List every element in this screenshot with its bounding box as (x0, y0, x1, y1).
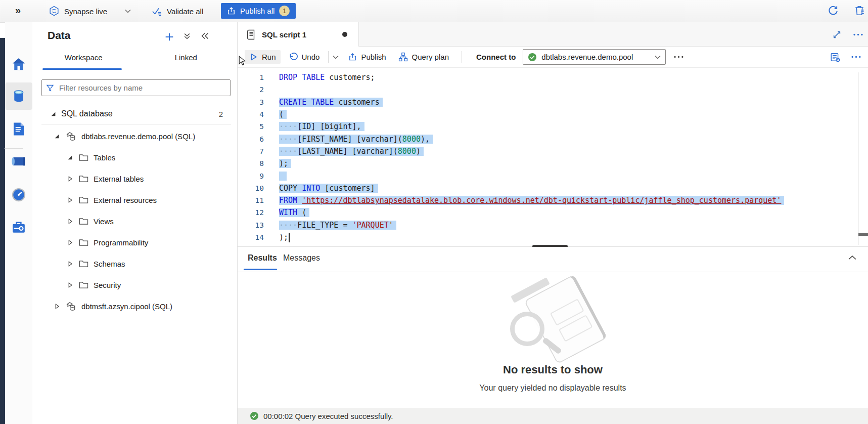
tree-item-external-resources[interactable]: External resources (32, 189, 237, 210)
develop-icon (12, 121, 26, 137)
line-number[interactable]: 4 (238, 110, 264, 118)
editor-more-icon[interactable] (851, 56, 861, 58)
toolbar-more-icon[interactable] (674, 56, 683, 58)
tree-section-sql-database[interactable]: SQL database 2 (32, 103, 237, 124)
code-line-9[interactable]: 9 (238, 169, 868, 182)
connect-to-dropdown[interactable]: dbtlabs.revenue.demo.pool (523, 49, 666, 65)
code-line-12[interactable]: 12WITH ( (238, 206, 868, 219)
caret-collapsed-icon[interactable] (67, 282, 73, 288)
discard-trash-icon[interactable] (854, 5, 864, 16)
empty-state-subtitle: Your query yielded no displayable result… (238, 384, 868, 393)
tab-title: SQL script 1 (262, 30, 306, 39)
caret-expanded-icon[interactable] (54, 134, 60, 139)
mode-selector-synapse-live[interactable]: Synapse live (49, 0, 131, 22)
line-number[interactable]: 1 (238, 73, 264, 81)
tree-item-dbtmsft-azsyn-cipool-sql[interactable]: dbtmsft.azsyn.cipool (SQL) (32, 295, 237, 317)
manage-icon (11, 220, 26, 234)
tree-item-label: External tables (94, 175, 144, 183)
caret-collapsed-icon[interactable] (67, 219, 73, 224)
mode-label: Synapse live (64, 7, 107, 16)
tree-item-label: Programmability (94, 238, 148, 247)
activity-item-integrate[interactable] (5, 148, 32, 175)
line-number[interactable]: 14 (238, 233, 264, 241)
tab-linked[interactable]: Linked (135, 50, 238, 68)
code-line-7[interactable]: 7····[LAST_NAME] [varchar](8000) (238, 145, 868, 157)
line-number[interactable]: 8 (238, 159, 264, 167)
tab-messages[interactable]: Messages (283, 253, 320, 263)
publish-label: Publish (361, 53, 386, 61)
caret-collapsed-icon[interactable] (67, 197, 73, 203)
filter-funnel-icon (46, 84, 54, 92)
tree-item-security[interactable]: Security (32, 274, 237, 295)
tab-workspace-label: Workspace (65, 53, 103, 62)
chevron-up-icon[interactable] (848, 255, 856, 260)
tree-item-dbtlabs-revenue-demo-pool-sql[interactable]: dbtlabs.revenue.demo.pool (SQL) (32, 125, 237, 147)
publish-button[interactable]: Publish (344, 50, 390, 64)
expand-editor-icon[interactable] (833, 31, 841, 38)
line-number[interactable]: 2 (238, 86, 264, 94)
line-number[interactable]: 10 (238, 184, 264, 192)
caret-expanded-icon[interactable] (67, 155, 73, 160)
caret-collapsed-icon[interactable] (67, 176, 73, 182)
collapse-panel-icon[interactable] (201, 32, 209, 39)
code-line-11[interactable]: 11FROM 'https://dbtlabsynapsedatalake.bl… (238, 194, 868, 206)
code-line-13[interactable]: 13····FILE_TYPE = 'PARQUET' (238, 219, 868, 231)
tab-linked-label: Linked (175, 53, 197, 62)
chevron-down-icon[interactable] (333, 55, 339, 59)
session-properties-icon[interactable] (830, 52, 840, 62)
caret-collapsed-icon[interactable] (54, 304, 60, 309)
publish-all-button[interactable]: Publish all 1 (221, 3, 296, 19)
refresh-icon[interactable] (828, 6, 839, 17)
double-chevron-right-icon[interactable]: » (15, 0, 21, 21)
validate-all-button[interactable]: Validate all (152, 0, 203, 22)
success-check-icon (250, 411, 259, 420)
caret-collapsed-icon[interactable] (67, 240, 73, 245)
line-number[interactable]: 7 (238, 147, 264, 155)
filter-input[interactable] (58, 83, 226, 93)
line-number[interactable]: 12 (238, 208, 264, 217)
code-line-4[interactable]: 4( (238, 108, 868, 120)
line-number[interactable]: 11 (238, 196, 264, 204)
line-number[interactable]: 9 (238, 172, 264, 180)
run-button[interactable]: Run (245, 50, 281, 64)
activity-item-manage[interactable] (5, 214, 32, 241)
code-line-10[interactable]: 10COPY INTO [customers] (238, 182, 868, 194)
data-panel: Data Workspace Linked SQL database 2 dbt… (32, 22, 238, 424)
tab-results[interactable]: Results (248, 253, 277, 263)
line-number[interactable]: 6 (238, 135, 264, 143)
horizontal-scrollbar-thumb[interactable] (858, 233, 868, 236)
code-line-3[interactable]: 3CREATE TABLE customers (238, 96, 868, 108)
caret-expanded-icon[interactable] (51, 111, 56, 117)
line-number[interactable]: 5 (238, 122, 264, 131)
integrate-icon (11, 155, 27, 168)
activity-item-monitor[interactable] (5, 181, 32, 208)
tab-sql-script-1[interactable]: SQL script 1 (238, 22, 359, 47)
double-chevron-down-icon[interactable] (183, 32, 191, 40)
caret-collapsed-icon[interactable] (67, 261, 73, 267)
tree-item-views[interactable]: Views (32, 210, 237, 232)
code-line-14[interactable]: 14); (238, 231, 868, 243)
line-number[interactable]: 3 (238, 98, 264, 106)
code-line-6[interactable]: 6····[FIRST_NAME] [varchar](8000), (238, 133, 868, 145)
sql-code-editor[interactable]: 1DROP TABLE customers;23CREATE TABLE cus… (238, 71, 868, 243)
activity-item-develop[interactable] (5, 115, 32, 143)
tab-workspace[interactable]: Workspace (32, 50, 135, 68)
undo-icon (288, 52, 298, 62)
code-line-8[interactable]: 8); (238, 157, 868, 169)
query-plan-button[interactable]: Query plan (394, 50, 453, 64)
line-number[interactable]: 13 (238, 221, 264, 229)
activity-item-home[interactable] (5, 51, 32, 78)
tree-item-tables[interactable]: Tables (32, 147, 237, 168)
code-line-2[interactable]: 2 (238, 83, 868, 96)
editor-toolbar: Run Undo Publish Query plan Connect to d… (238, 47, 868, 68)
activity-item-data[interactable] (5, 82, 32, 110)
tree-item-schemas[interactable]: Schemas (32, 253, 237, 274)
add-icon[interactable] (165, 32, 174, 41)
undo-button[interactable]: Undo (284, 50, 325, 64)
tree-item-label: Views (94, 217, 114, 226)
tab-more-icon[interactable] (853, 33, 863, 36)
code-line-1[interactable]: 1DROP TABLE customers; (238, 71, 868, 83)
tree-item-programmability[interactable]: Programmability (32, 232, 237, 253)
tree-item-external-tables[interactable]: External tables (32, 168, 237, 189)
code-line-5[interactable]: 5····[ID] [bigint], (238, 120, 868, 133)
